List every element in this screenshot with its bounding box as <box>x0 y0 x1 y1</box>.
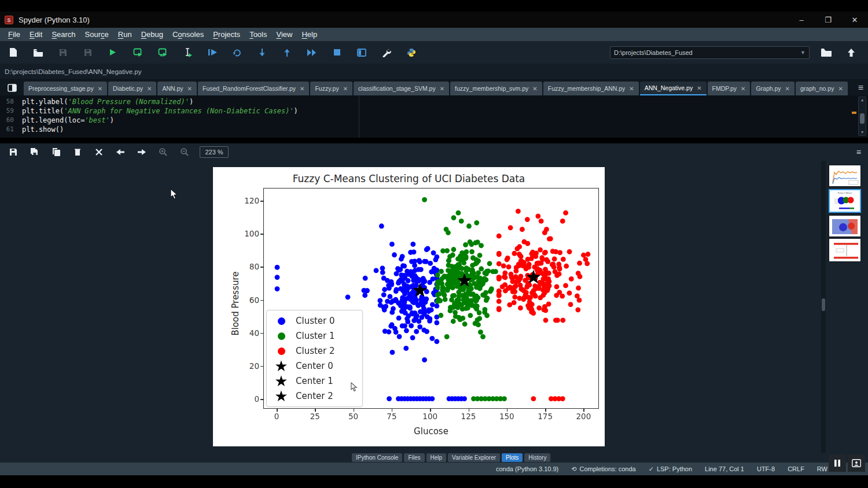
step-into-icon[interactable] <box>252 45 272 61</box>
plot-thumbnail-3[interactable] <box>829 215 861 237</box>
tab-close-icon[interactable]: ✕ <box>741 86 745 92</box>
pause-overlay-button[interactable] <box>829 454 846 472</box>
editor-tab-fused-randomforestclassifier-py[interactable]: Fused_RandomForestClassifier.py✕ <box>198 82 309 95</box>
plot-thumbnail-1[interactable] <box>829 165 861 187</box>
editor-tab-preprocessing-stage-py[interactable]: Preprocessing_stage.py✕ <box>24 82 107 95</box>
editor-tab-fmdp-py[interactable]: FMDP.py✕ <box>708 82 751 95</box>
run-selection-icon[interactable] <box>178 45 197 61</box>
python-env-icon[interactable] <box>402 45 421 61</box>
run-cell-advance-icon[interactable] <box>153 45 172 61</box>
tab-close-icon[interactable]: ✕ <box>98 86 102 92</box>
plots-zoom-level[interactable]: 223 % <box>200 146 229 158</box>
preferences-icon[interactable] <box>377 45 396 61</box>
run-cell-icon[interactable] <box>128 45 148 61</box>
tab-close-icon[interactable]: ✕ <box>300 86 304 92</box>
pane-tab-variable-explorer[interactable]: Variable Explorer <box>448 453 500 462</box>
scrollbar-thumb[interactable] <box>860 113 865 124</box>
plots-options-icon[interactable]: ≡ <box>856 147 861 157</box>
stop-icon[interactable] <box>327 45 347 61</box>
scroll-down-icon[interactable]: ▼ <box>859 130 866 135</box>
step-return-icon[interactable] <box>277 45 297 61</box>
tab-close-icon[interactable]: ✕ <box>343 86 348 92</box>
plots-pane: Fuzzy C-Means Clustering of UCI Diabetes… <box>0 161 868 453</box>
rerun-cell-icon[interactable] <box>227 45 247 61</box>
mouse-cursor <box>170 188 178 200</box>
browse-directory-icon[interactable] <box>816 45 836 61</box>
webcam-overlay-button[interactable] <box>848 454 865 472</box>
menu-debug[interactable]: Debug <box>137 29 168 40</box>
scroll-up-icon[interactable]: ▲ <box>859 98 866 102</box>
tab-close-icon[interactable]: ✕ <box>440 86 444 92</box>
legend-entry: Cluster 0 <box>271 313 356 328</box>
menu-search[interactable]: Search <box>47 29 80 40</box>
parent-directory-icon[interactable] <box>841 45 861 61</box>
editor-tab-graph-py[interactable]: Graph.py✕ <box>751 82 795 95</box>
close-button[interactable]: ✕ <box>841 12 868 28</box>
tab-options-icon[interactable]: ≡ <box>858 83 863 93</box>
menu-projects[interactable]: Projects <box>208 29 245 40</box>
tab-close-icon[interactable]: ✕ <box>697 85 701 91</box>
editor-tab-ann-py[interactable]: ANN.py✕ <box>157 82 197 95</box>
menu-source[interactable]: Source <box>80 29 113 40</box>
working-directory-combo[interactable]: D:\projects\Diabetes_Fused ▼ <box>610 46 810 59</box>
zoom-out-icon <box>176 145 193 159</box>
new-file-icon[interactable] <box>3 45 23 61</box>
tab-close-icon[interactable]: ✕ <box>785 86 790 92</box>
pane-tab-plots[interactable]: Plots <box>502 453 523 462</box>
tab-label: FMDP.py <box>712 85 737 92</box>
y-tick-label: 100 <box>236 229 259 238</box>
menu-edit[interactable]: Edit <box>25 29 47 40</box>
matplotlib-figure[interactable]: Fuzzy C-Means Clustering of UCI Diabetes… <box>213 167 605 446</box>
plot-thumbnail-2[interactable]: Fuzzy C-Means <box>829 189 861 213</box>
continue-icon[interactable] <box>302 45 322 61</box>
tab-close-icon[interactable]: ✕ <box>838 86 843 92</box>
save-plot-icon[interactable] <box>5 145 22 159</box>
editor-tab-fuzzy-membership-svm-py[interactable]: fuzzy_membership_svm.py✕ <box>450 82 542 95</box>
code-line: 60plt.legend(loc='best') <box>0 116 868 125</box>
save-all-plots-icon[interactable] <box>26 145 43 159</box>
maximize-pane-icon[interactable] <box>352 45 372 61</box>
pane-tab-files[interactable]: Files <box>404 453 424 462</box>
code-editor[interactable]: 58plt.ylabel('Blood Pressure (Normalized… <box>0 95 868 138</box>
previous-plot-icon[interactable] <box>112 145 129 159</box>
legend-label: Center 0 <box>296 361 333 371</box>
tab-close-icon[interactable]: ✕ <box>187 86 192 92</box>
code-line: 58plt.ylabel('Blood Pressure (Normalized… <box>0 97 868 106</box>
editor-tab-fuzzy-py[interactable]: Fuzzy.py✕ <box>310 82 352 95</box>
menu-tools[interactable]: Tools <box>245 29 271 40</box>
pane-tab-help[interactable]: Help <box>426 453 447 462</box>
title-bar: S Spyder (Python 3.10) – ❐ ✕ <box>0 12 868 28</box>
run-icon[interactable] <box>103 45 123 61</box>
editor-scrollbar[interactable]: ▲ ▼ <box>858 97 866 136</box>
remove-plot-icon[interactable] <box>69 145 86 159</box>
remove-all-plots-icon[interactable] <box>90 145 108 159</box>
menu-view[interactable]: View <box>271 29 297 40</box>
open-file-icon[interactable] <box>28 45 48 61</box>
next-plot-icon[interactable] <box>133 145 150 159</box>
editor-tab-graph-no-py[interactable]: graph_no.py✕ <box>796 82 848 95</box>
menu-help[interactable]: Help <box>297 29 322 40</box>
editor-tab-ann-negative-py[interactable]: ANN_Negative.py✕ <box>640 82 707 95</box>
menu-file[interactable]: File <box>3 29 25 40</box>
plot-thumbnail-4[interactable] <box>829 238 861 262</box>
menu-consoles[interactable]: Consoles <box>168 29 208 40</box>
minimize-button[interactable]: – <box>788 12 815 28</box>
copy-plot-icon[interactable] <box>47 145 65 159</box>
chevron-down-icon[interactable]: ▼ <box>800 50 806 56</box>
pane-tab-history[interactable]: History <box>524 453 550 462</box>
browse-tabs-icon[interactable] <box>3 81 21 95</box>
dot-icon <box>271 332 291 340</box>
menu-run[interactable]: Run <box>113 29 137 40</box>
tab-close-icon[interactable]: ✕ <box>532 86 537 92</box>
editor-tab-fuzzy-membership-ann-py[interactable]: Fuzzy_membership_ANN.py✕ <box>543 82 639 95</box>
editor-tab-classification-stage-svm-py[interactable]: classification_stage_SVM.py✕ <box>354 82 449 95</box>
plots-scrollbar[interactable] <box>821 161 826 453</box>
editor-tab-diabetic-py[interactable]: Diabetic.py✕ <box>108 82 156 95</box>
tab-label: Fuzzy_membership_ANN.py <box>548 85 626 92</box>
restore-button[interactable]: ❐ <box>815 12 841 28</box>
tab-close-icon[interactable]: ✕ <box>629 86 634 92</box>
run-to-line-icon[interactable] <box>203 45 222 61</box>
pane-tab-ipython-console[interactable]: IPython Console <box>352 453 402 462</box>
svg-text:S: S <box>7 17 10 23</box>
tab-close-icon[interactable]: ✕ <box>147 86 152 92</box>
